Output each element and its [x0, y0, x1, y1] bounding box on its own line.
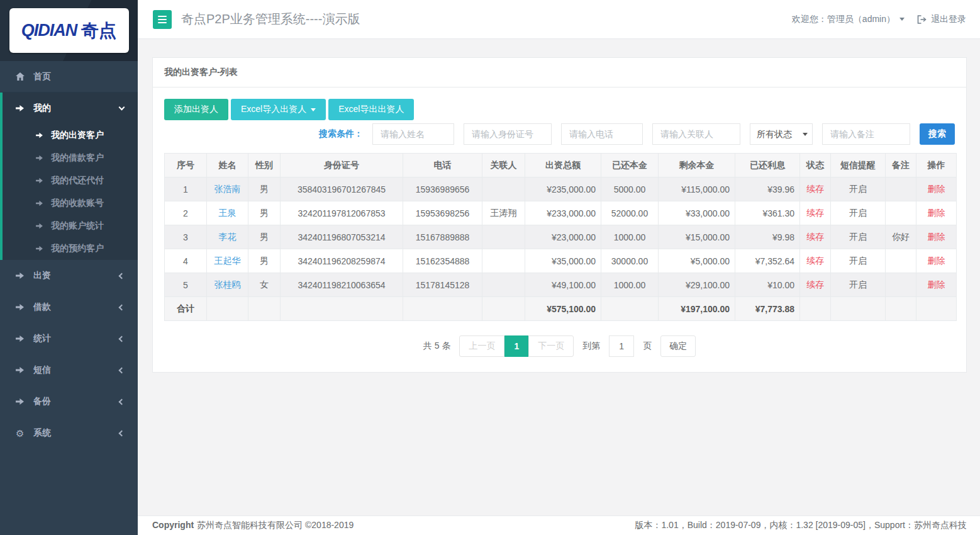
cell-name[interactable]: 张桂鸥	[207, 273, 248, 297]
column-header-interest: 已还利息	[735, 154, 800, 177]
sidebar-item-6[interactable]: 备份	[0, 386, 138, 417]
logo-text-cn: 奇点	[81, 19, 116, 43]
excel-export-button[interactable]: Excel导出出资人	[328, 99, 414, 120]
current-page-button[interactable]: 1	[504, 335, 528, 357]
cell-phone: 15936989656	[403, 177, 482, 201]
search-button[interactable]: 搜索	[920, 123, 955, 145]
sidebar-subitem-1-0[interactable]: 我的出资客户	[3, 124, 138, 147]
total-cell-relation	[482, 297, 525, 321]
excel-import-button[interactable]: Excel导入出资人	[231, 99, 326, 120]
cell-name[interactable]: 王泉	[207, 201, 248, 225]
topbar-right: 欢迎您：管理员（admin） 退出登录	[792, 14, 966, 25]
column-header-num: 序号	[165, 154, 207, 177]
sidebar-subitem-1-1[interactable]: 我的借款客户	[3, 147, 138, 169]
arrow-icon	[16, 335, 30, 342]
column-header-sms: 短信提醒	[831, 154, 886, 177]
sidebar-item-1[interactable]: 我的	[3, 93, 138, 124]
prev-page-button[interactable]: 上一页	[459, 335, 504, 357]
column-header-status: 状态	[800, 154, 831, 177]
cell-sms[interactable]: 开启	[831, 201, 886, 225]
cell-sms[interactable]: 开启	[831, 225, 886, 249]
add-investor-button[interactable]: 添加出资人	[164, 99, 228, 120]
gear-icon: ⚙	[16, 429, 30, 438]
sidebar-item-0[interactable]: 首页	[0, 61, 138, 93]
cell-name[interactable]: 王起华	[207, 249, 248, 273]
arrow-icon	[36, 155, 47, 161]
cell-gender: 女	[248, 273, 281, 297]
arrow-icon	[16, 272, 30, 279]
user-menu[interactable]: 欢迎您：管理员（admin）	[792, 14, 905, 25]
logo-area: QIDIAN 奇点	[0, 0, 138, 61]
cell-action[interactable]: 删除	[916, 177, 957, 201]
sidebar-subitem-1-2[interactable]: 我的代还代付	[3, 169, 138, 192]
cell-sms[interactable]: 开启	[831, 273, 886, 297]
goto-prefix: 到第	[582, 341, 600, 352]
table-row: 1张浩南男35840319670126784515936989656¥235,0…	[165, 177, 957, 201]
sidebar-item-7[interactable]: ⚙系统	[0, 417, 138, 449]
total-cell-gender	[248, 297, 281, 321]
search-name-input[interactable]	[372, 123, 454, 145]
goto-page-input[interactable]	[609, 335, 634, 357]
cell-status[interactable]: 续存	[800, 225, 831, 249]
cell-sms[interactable]: 开启	[831, 177, 886, 201]
cell-action[interactable]: 删除	[916, 273, 957, 297]
arrow-icon	[36, 177, 47, 184]
next-page-button[interactable]: 下一页	[528, 335, 574, 357]
excel-import-label: Excel导入出资人	[241, 104, 306, 115]
table-row: 4王起华男34240119620825987415162354888¥35,00…	[165, 249, 957, 273]
cell-action[interactable]: 删除	[916, 225, 957, 249]
sidebar-item-5[interactable]: 短信	[0, 354, 138, 386]
cell-repaid: 30000.00	[601, 249, 659, 273]
sidebar-group-1: 我的我的出资客户我的借款客户我的代还代付我的收款账号我的账户统计我的预约客户	[0, 93, 138, 260]
sidebar-item-3[interactable]: 借款	[0, 291, 138, 323]
sidebar-subitem-label: 我的收款账号	[51, 198, 104, 209]
cell-status[interactable]: 续存	[800, 273, 831, 297]
cell-relation	[482, 249, 525, 273]
cell-name[interactable]: 张浩南	[207, 177, 248, 201]
arrow-icon	[16, 398, 30, 405]
search-relation-input[interactable]	[652, 123, 740, 145]
goto-confirm-button[interactable]: 确定	[660, 335, 696, 357]
cell-remaining: ¥115,000.00	[659, 177, 735, 201]
cell-action[interactable]: 删除	[916, 249, 957, 273]
cell-sms[interactable]: 开启	[831, 249, 886, 273]
add-investor-label: 添加出资人	[174, 104, 218, 115]
cell-remark	[886, 201, 916, 225]
arrow-icon	[16, 303, 30, 311]
sidebar-item-4[interactable]: 统计	[0, 323, 138, 354]
cell-status[interactable]: 续存	[800, 249, 831, 273]
column-header-phone: 电话	[403, 154, 482, 177]
hamburger-icon[interactable]	[153, 10, 172, 29]
total-cell-repaid	[601, 297, 659, 321]
cell-num: 1	[165, 177, 207, 201]
caret-down-icon	[899, 18, 905, 21]
cell-relation: 王涛翔	[482, 201, 525, 225]
cell-total: ¥49,100.00	[525, 273, 601, 297]
cell-id_no: 342401198210063654	[281, 273, 403, 297]
content-area: 我的出资客户-列表 添加出资人 Excel导入出资人 Excel导出出资人 搜	[138, 39, 980, 515]
cell-action[interactable]: 删除	[916, 201, 957, 225]
table-wrap: 序号姓名性别身份证号电话关联人出资总额已还本金剩余本金已还利息状态短信提醒备注操…	[164, 153, 955, 321]
search-phone-input[interactable]	[561, 123, 643, 145]
status-select[interactable]: 所有状态	[750, 123, 813, 145]
goto-suffix: 页	[643, 341, 652, 352]
cell-phone: 15167889888	[403, 225, 482, 249]
search-remark-input[interactable]	[822, 123, 910, 145]
sidebar-subitem-1-3[interactable]: 我的收款账号	[3, 192, 138, 215]
cell-name[interactable]: 李花	[207, 225, 248, 249]
sidebar-subitem-1-5[interactable]: 我的预约客户	[3, 237, 138, 260]
total-cell-sms	[831, 297, 886, 321]
chevron-left-icon	[119, 335, 125, 342]
sidebar-item-2[interactable]: 出资	[0, 260, 138, 291]
logout-button[interactable]: 退出登录	[917, 14, 966, 25]
search-idno-input[interactable]	[464, 123, 552, 145]
sidebar-subitem-label: 我的预约客户	[51, 243, 104, 254]
sidebar-subitem-1-4[interactable]: 我的账户统计	[3, 215, 138, 237]
pagination-group: 上一页 1 下一页	[459, 335, 574, 357]
panel-title: 我的出资客户-列表	[153, 58, 966, 87]
cell-status[interactable]: 续存	[800, 177, 831, 201]
footer-version: 版本：1.01，Build：2019-07-09，内核：1.32 [2019-0…	[635, 520, 967, 531]
sidebar-item-label: 首页	[33, 71, 51, 82]
logo-text-en: QIDIAN	[21, 21, 77, 40]
cell-status[interactable]: 续存	[800, 201, 831, 225]
